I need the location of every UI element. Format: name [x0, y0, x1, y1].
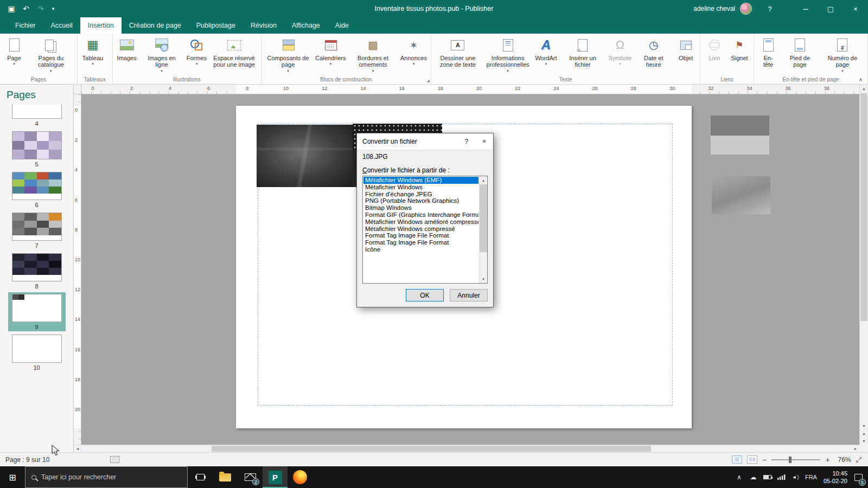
start-button[interactable]: ⊞	[0, 466, 25, 488]
format-option[interactable]: Fichier d'échange JPEG	[363, 191, 478, 198]
tab-creation-de-page[interactable]: Création de page	[122, 17, 189, 34]
cancel-button[interactable]: Annuler	[450, 289, 488, 301]
save-icon[interactable]: ▣	[4, 2, 18, 16]
page-thumbnail-8[interactable]: 8	[8, 252, 66, 291]
scratch-photo-1[interactable]	[711, 115, 769, 155]
zoom-in-icon[interactable]: +	[825, 455, 829, 464]
ribbon-button-composants-de-page[interactable]: Composants de page▾	[264, 35, 313, 75]
fit-page-icon[interactable]: ⤢	[856, 455, 861, 464]
ribbon-button-symbole[interactable]: ΩSymbole▾	[607, 35, 633, 75]
tab-affichage[interactable]: Affichage	[284, 17, 328, 34]
dialog-launcher-icon[interactable]: ◢	[427, 79, 430, 82]
ribbon-button-pages-du-catalogue[interactable]: Pages du catalogue▾	[27, 35, 75, 75]
publisher-taskbar-button[interactable]: P	[263, 466, 288, 488]
firefox-button[interactable]	[288, 466, 312, 488]
listbox-scrollbar[interactable]: ▲ ▼	[479, 176, 487, 283]
tab-insertion[interactable]: Insertion	[80, 17, 122, 34]
customize-qat-icon[interactable]: ▾	[48, 2, 58, 16]
previous-page-icon[interactable]: ▴	[860, 429, 868, 437]
scroll-right-icon[interactable]: ▸	[852, 445, 859, 452]
volume-icon[interactable]: ◄)	[789, 466, 802, 488]
avatar[interactable]	[740, 3, 752, 15]
horizontal-scroll-track[interactable]	[81, 445, 852, 452]
ribbon-button-wordart[interactable]: AWordArt▾	[533, 35, 559, 75]
ribbon-button-numero-de-page[interactable]: Numéro de page▾	[820, 35, 865, 75]
tab-aide[interactable]: Aide	[328, 17, 356, 34]
ribbon-button-images[interactable]: Images	[115, 35, 139, 75]
format-option[interactable]: Métafichier Windows amélioré compressé	[363, 219, 478, 226]
undo-icon[interactable]: ↶	[19, 2, 33, 16]
collapse-ribbon-icon[interactable]: ∧	[859, 76, 863, 82]
horizontal-scroll-thumb[interactable]	[212, 446, 651, 452]
format-option[interactable]: Bitmap Windows	[363, 204, 478, 211]
ribbon-button-dessiner-une-zone-de-texte[interactable]: Dessiner une zone de texte	[433, 35, 482, 75]
redo-icon[interactable]: ↷	[34, 2, 48, 16]
ribbon-button-signet[interactable]: ⚑Signet	[727, 35, 751, 75]
ribbon-button-annonces[interactable]: ✶Annonces▾	[399, 35, 429, 75]
vertical-scroll-track[interactable]	[860, 92, 868, 422]
page-thumbnail-9[interactable]: 9	[8, 292, 66, 331]
maximize-button[interactable]: ▢	[818, 0, 843, 17]
account-name[interactable]: adeline cheval	[693, 5, 735, 12]
ribbon-button-calendriers[interactable]: Calendriers▾	[314, 35, 347, 75]
ribbon-button-espace-reserve-pour-une-image[interactable]: Espace réservé pour une image	[209, 35, 258, 75]
ribbon-button-page[interactable]: Page▾	[2, 35, 26, 75]
mail-button[interactable]: 2	[238, 466, 263, 488]
tab-fichier[interactable]: Fichier	[8, 17, 43, 34]
page-thumbnail-10[interactable]: 10	[8, 333, 66, 372]
page-thumbnail-7[interactable]: 7	[8, 211, 66, 250]
scroll-left-icon[interactable]: ◂	[74, 445, 81, 452]
tray-chevron-icon[interactable]: ∧	[732, 466, 746, 488]
vertical-scroll-thumb[interactable]	[860, 93, 867, 321]
scroll-down-icon[interactable]: ▾	[860, 422, 868, 429]
ribbon-button-objet[interactable]: Objet	[674, 35, 698, 75]
two-page-view-icon[interactable]	[747, 455, 757, 464]
file-explorer-button[interactable]	[213, 466, 238, 488]
zoom-out-icon[interactable]: −	[762, 455, 767, 464]
page-thumbnail-4[interactable]: 4	[8, 105, 66, 128]
vertical-scrollbar[interactable]: ▴ ▾ ▴ ▾	[859, 85, 868, 445]
format-option[interactable]: Format GIF (Graphics Interchange Format)	[363, 211, 478, 219]
zoom-percentage[interactable]: 76%	[835, 456, 851, 464]
format-option[interactable]: Métafichier Windows compressé	[363, 226, 478, 233]
ribbon-button-en-tete[interactable]: En-tête	[756, 35, 780, 75]
close-button[interactable]: ×	[843, 0, 868, 17]
taskbar-search[interactable]: Taper ici pour rechercher	[25, 466, 188, 488]
ribbon-button-informations-professionnelles[interactable]: Informations professionnelles▾	[483, 35, 532, 75]
dialog-titlebar[interactable]: Convertir un fichier ? ×	[357, 133, 493, 149]
format-option[interactable]: Métafichier Windows	[363, 184, 478, 191]
zoom-slider[interactable]	[771, 459, 820, 460]
task-view-button[interactable]	[188, 466, 213, 488]
listbox-scroll-track[interactable]	[480, 184, 487, 275]
horizontal-scrollbar[interactable]: ◂ ▸	[74, 445, 859, 452]
ribbon-button-images-en-ligne[interactable]: Images en ligne▾	[140, 35, 184, 75]
tab-revision[interactable]: Révision	[243, 17, 284, 34]
dialog-close-button[interactable]: ×	[475, 133, 493, 149]
scratch-photo-2[interactable]	[712, 176, 770, 214]
vertical-ruler[interactable]: 02468101214161820	[74, 94, 81, 445]
ribbon-button-date-et-heure[interactable]: ◷Date et heure	[634, 35, 673, 75]
format-option[interactable]: Icône	[363, 246, 478, 253]
format-option[interactable]: Métafichier Windows (EMF)	[363, 177, 478, 184]
tab-publipostage[interactable]: Publipostage	[189, 17, 243, 34]
network-icon[interactable]	[775, 466, 788, 488]
listbox-scroll-down-icon[interactable]: ▼	[480, 275, 487, 283]
listbox-scroll-thumb[interactable]	[480, 184, 487, 252]
page-thumbnail-6[interactable]: 6	[8, 170, 66, 209]
listbox-scroll-up-icon[interactable]: ▲	[480, 176, 487, 184]
ribbon-button-pied-de-page[interactable]: Pied de page	[781, 35, 819, 75]
language-indicator[interactable]: FRA	[803, 466, 819, 488]
ribbon-button-lien[interactable]: Lien	[703, 35, 726, 75]
format-option[interactable]: Format Tag Image File Format	[363, 239, 478, 246]
horizontal-ruler[interactable]: 02468101214161820222426283032343638	[81, 85, 859, 94]
next-page-icon[interactable]: ▾	[860, 437, 868, 445]
ok-button[interactable]: OK	[406, 289, 444, 301]
ribbon-button-formes[interactable]: Formes▾	[184, 35, 208, 75]
action-center-button[interactable]: 5	[852, 466, 865, 488]
document-canvas[interactable]: Convertir un fichier ? × 108.JPG Convert…	[81, 94, 859, 445]
tab-accueil[interactable]: Accueil	[43, 17, 80, 34]
help-button[interactable]: ?	[761, 0, 779, 17]
ribbon-button-bordures-et-ornements[interactable]: ▩Bordures et ornements▾	[348, 35, 398, 75]
format-option[interactable]: PNG (Portable Network Graphics)	[363, 197, 478, 204]
dialog-help-button[interactable]: ?	[457, 133, 475, 149]
